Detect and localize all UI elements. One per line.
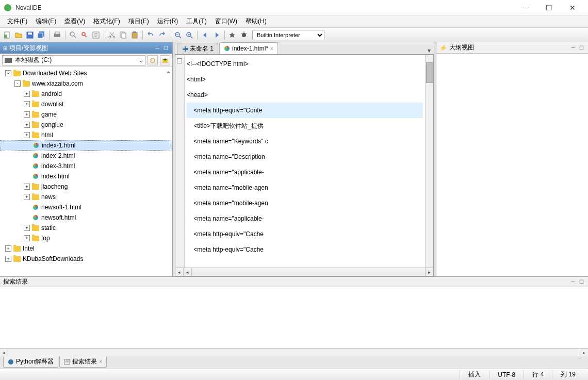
tree-item[interactable]: +top <box>0 233 172 243</box>
code-line[interactable]: <meta name="applicable- <box>187 164 423 180</box>
tree-toggle-icon[interactable]: + <box>24 225 30 231</box>
tree-item[interactable]: +gonglue <box>0 120 172 130</box>
tree-item[interactable]: +android <box>0 89 172 99</box>
bottom-scroll-right-icon[interactable]: ▸ <box>580 349 588 356</box>
code-line[interactable]: <html> <box>187 72 423 87</box>
menu-edit[interactable]: 编辑(E) <box>31 16 60 27</box>
tab-index-html[interactable]: index-1.html* × <box>219 42 278 54</box>
nav-forward-icon[interactable] <box>211 30 222 40</box>
tree-item[interactable]: index-3.html <box>0 161 172 171</box>
zoom-in-icon[interactable] <box>184 30 194 40</box>
menu-file[interactable]: 文件(F) <box>3 16 31 27</box>
tab-python-interpreter[interactable]: Python解释器 <box>3 356 58 368</box>
tabs-dropdown-icon[interactable]: ▾ <box>424 47 434 54</box>
menu-format[interactable]: 格式化(F) <box>89 16 124 27</box>
outline-minimize-icon[interactable]: ─ <box>569 44 577 52</box>
tree-toggle-icon[interactable]: + <box>24 101 30 107</box>
horizontal-scrollbar[interactable]: ◂ ◂ ▸ <box>175 268 434 276</box>
tree-toggle-icon[interactable]: + <box>24 194 30 200</box>
bottom-scroll-left-icon[interactable]: ◂ <box>0 349 8 356</box>
code-line[interactable]: <meta http-equiv="Cache <box>187 226 423 242</box>
code-line[interactable]: <meta name="applicable- <box>187 211 423 226</box>
scroll-right-icon[interactable]: ▸ <box>425 268 433 276</box>
menu-tools[interactable]: 工具(T) <box>182 16 210 27</box>
code-line[interactable]: <meta http-equiv="Cache <box>187 242 423 257</box>
tab-search-results[interactable]: 搜索结果 × <box>59 356 107 368</box>
tree-item[interactable]: +KDubaSoftDownloads <box>0 254 172 264</box>
tab-close-icon[interactable]: × <box>270 46 273 52</box>
maximize-button[interactable]: ☐ <box>537 1 561 15</box>
tree-item[interactable]: index.html <box>0 171 172 181</box>
tree-item[interactable]: index-2.html <box>0 151 172 161</box>
menu-project[interactable]: 项目(E) <box>124 16 153 27</box>
menu-view[interactable]: 查看(V) <box>60 16 89 27</box>
menu-window[interactable]: 窗口(W) <box>211 16 241 27</box>
search-tab-close-icon[interactable]: × <box>99 359 102 365</box>
vertical-scrollbar[interactable] <box>425 55 433 268</box>
code-line[interactable]: <!--<!DOCTYPE html> <box>187 56 423 72</box>
scroll-left-icon[interactable]: ◂ <box>175 268 184 276</box>
tree-item[interactable]: -www.xiazaiba.com <box>0 78 172 89</box>
fold-icon[interactable]: − <box>177 58 182 63</box>
menu-help[interactable]: 帮助(H) <box>241 16 271 27</box>
code-line[interactable]: <meta name="Keywords" c <box>187 134 423 149</box>
tree-toggle-icon[interactable]: + <box>5 245 11 252</box>
code-line[interactable]: <meta http-equiv="Conte <box>187 103 423 118</box>
add-folder-button[interactable]: + <box>160 55 170 65</box>
tree-item[interactable]: +Intel <box>0 243 172 254</box>
tree-item[interactable]: +jiaocheng <box>0 181 172 192</box>
scroll-left2-icon[interactable]: ◂ <box>184 268 192 276</box>
redo-icon[interactable] <box>157 30 167 40</box>
tree-toggle-icon[interactable]: + <box>24 111 30 118</box>
search-maximize-icon[interactable]: ☐ <box>578 278 585 286</box>
find-icon[interactable] <box>68 30 78 40</box>
tab-untitled[interactable]: 未命名 1 <box>177 43 218 54</box>
tree-toggle-icon[interactable]: + <box>24 91 30 97</box>
tree-toggle-icon[interactable]: - <box>14 80 21 87</box>
tree-item[interactable]: +static <box>0 223 172 233</box>
tree-item[interactable]: index-1.html <box>0 140 172 151</box>
find-in-files-icon[interactable] <box>79 30 90 40</box>
open-file-icon[interactable] <box>13 30 24 40</box>
tree-item[interactable]: -Downloaded Web Sites <box>0 68 172 78</box>
interpreter-select[interactable]: Builtin Interpreter <box>252 30 324 40</box>
tree-toggle-icon[interactable]: + <box>24 184 30 190</box>
paste-icon[interactable] <box>129 30 140 40</box>
code-line[interactable]: <meta name="mobile-agen <box>187 195 423 211</box>
tree-toggle-icon[interactable]: + <box>5 256 11 262</box>
new-file-icon[interactable] <box>2 30 12 40</box>
cut-icon[interactable] <box>107 30 117 40</box>
replace-icon[interactable] <box>91 30 101 40</box>
code-line[interactable]: <meta name="mobile-agen <box>187 180 423 195</box>
tree-item[interactable]: +html <box>0 130 172 140</box>
copy-icon[interactable] <box>118 30 128 40</box>
tree-item[interactable]: newsoft.html <box>0 212 172 223</box>
tree-toggle-icon[interactable]: + <box>24 122 30 128</box>
undo-icon[interactable] <box>145 30 156 40</box>
tree-item[interactable]: +downlist <box>0 99 172 109</box>
refresh-button[interactable] <box>148 55 158 65</box>
debug-icon[interactable] <box>239 30 249 40</box>
search-minimize-icon[interactable]: ─ <box>569 278 577 286</box>
code-line[interactable]: <meta name="Description <box>187 149 423 164</box>
code-editor[interactable]: <!--<!DOCTYPE html><html><head> <meta ht… <box>185 55 425 268</box>
panel-maximize-icon[interactable]: ☐ <box>162 44 169 52</box>
outline-maximize-icon[interactable]: ☐ <box>578 44 585 52</box>
code-line[interactable]: <head> <box>187 87 423 103</box>
nav-back-icon[interactable] <box>200 30 210 40</box>
tree-item[interactable]: newsoft-1.html <box>0 202 172 212</box>
file-tree[interactable]: ⏶ -Downloaded Web Sites-www.xiazaiba.com… <box>0 67 172 276</box>
code-line[interactable]: <title>下载吧软件站_提供 <box>187 118 423 134</box>
panel-minimize-icon[interactable]: ─ <box>154 44 161 52</box>
tree-item[interactable]: +news <box>0 192 172 202</box>
print-icon[interactable] <box>52 30 62 40</box>
save-all-icon[interactable] <box>36 30 46 40</box>
tree-toggle-icon[interactable]: + <box>24 132 30 138</box>
zoom-out-icon[interactable] <box>173 30 183 40</box>
tree-toggle-icon[interactable]: + <box>24 235 30 241</box>
run-icon[interactable] <box>227 30 238 40</box>
menu-run[interactable]: 运行(R) <box>153 16 183 27</box>
minimize-button[interactable]: ─ <box>514 1 537 15</box>
gutter[interactable]: − <box>175 55 185 268</box>
bottom-scrollbar[interactable]: ◂ ▸ <box>0 348 588 356</box>
